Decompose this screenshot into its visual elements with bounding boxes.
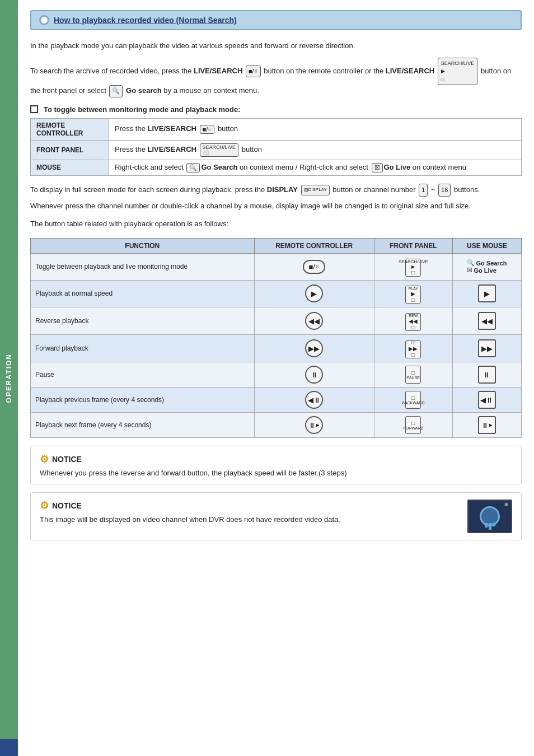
page-title: How to playback recorded video (Normal S…: [54, 16, 237, 25]
col-remote: REMOTE CONTROLLER: [254, 238, 374, 253]
front-cell: REW◀◀□: [374, 307, 452, 335]
mouse-cell: 🔍 Go Search☒Go Live: [452, 253, 521, 280]
remote-cell: ■/⍤: [254, 253, 374, 280]
function-table: FUNCTION REMOTE CONTROLLER FRONT PANEL U…: [30, 238, 522, 438]
remote-cell: ▶: [254, 280, 374, 307]
col-function: FUNCTION: [31, 238, 255, 253]
front-cell: PLAY▶□: [374, 280, 452, 307]
front-cell: FF▶▶□: [374, 335, 452, 362]
table-row: Reverse playback◀◀REW◀◀□◀◀: [31, 307, 522, 335]
mouse-cell: ⏸: [452, 362, 521, 388]
remote-cell: ◀⏸: [254, 388, 374, 413]
display-btn: ⊞DISPLAY: [301, 185, 330, 195]
table-row: MOUSE Right-click and select 🔍Go Search …: [31, 160, 522, 175]
title-icon: [39, 15, 49, 25]
remote-cell: ▶▶: [254, 335, 374, 362]
table-row: Playback previous frame (every 4 seconds…: [31, 388, 522, 413]
go-search-bold: Go search: [126, 86, 162, 95]
live-search-btn1: ■/⍤: [246, 66, 261, 78]
notice-box-2: ⚙ NOTICE This image will be displayed on…: [30, 492, 522, 540]
intro-para2: To search the archive of recorded video,…: [30, 58, 522, 97]
toggle-section: To toggle between monitoring mode and pl…: [30, 105, 522, 176]
notice-icon-2: ⚙: [40, 500, 49, 512]
sidebar-label: OPERATION: [5, 353, 13, 403]
mouse-cell: ▶: [452, 280, 521, 307]
remote-cell: ⏸▶: [254, 413, 374, 438]
col-mouse: USE MOUSE: [452, 238, 521, 253]
func-cell: Playback next frame (every 4 seconds): [31, 413, 255, 438]
front-cell: □FORWARD: [374, 413, 452, 438]
toggle-row2-desc: Press the LIVE/SEARCH SEARCH/LIVE⬜ butto…: [109, 140, 522, 160]
table-row: Pause⏸□PAUSE⏸: [31, 362, 522, 388]
live-search-bold1: LIVE/SEARCH: [194, 67, 242, 75]
live-search-btn2: SEARCH/LIVE▶□: [438, 58, 478, 85]
toggle-table: REMOTE CONTROLLER Press the LIVE/SEARCH …: [30, 118, 522, 176]
notice-icon-1: ⚙: [40, 453, 49, 465]
table-row: Playback at normal speed▶PLAY▶□▶: [31, 280, 522, 307]
notice-title-2: ⚙ NOTICE: [40, 500, 461, 512]
func-cell: Pause: [31, 362, 255, 388]
table-row: REMOTE CONTROLLER Press the LIVE/SEARCH …: [31, 118, 522, 140]
col-front: FRONT PANEL: [374, 238, 452, 253]
main-content: How to playback recorded video (Normal S…: [18, 0, 534, 756]
remote-cell: ◀◀: [254, 307, 374, 335]
display-para1: To display in full screen mode for each …: [30, 184, 522, 197]
display-section: To display in full screen mode for each …: [30, 184, 522, 230]
title-bar: How to playback recorded video (Normal S…: [30, 10, 522, 30]
toggle-row1-desc: Press the LIVE/SEARCH ■/⍤ button: [109, 118, 522, 140]
table-intro-text: The button table related with playback o…: [30, 218, 522, 230]
remote-live-search-btn: ■/⍤: [200, 125, 215, 134]
toggle-row2-label: FRONT PANEL: [31, 140, 109, 160]
func-cell: Playback previous frame (every 4 seconds…: [31, 388, 255, 413]
toggle-row1-label: REMOTE CONTROLLER: [31, 118, 109, 140]
mouse-cell: ◀⏸: [452, 388, 521, 413]
table-row: FRONT PANEL Press the LIVE/SEARCH SEARCH…: [31, 140, 522, 160]
toggle-title: To toggle between monitoring mode and pl…: [30, 105, 522, 114]
func-cell: Playback at normal speed: [31, 280, 255, 307]
notice-title-1: ⚙ NOTICE: [40, 453, 512, 465]
table-row: Forward playback▶▶FF▶▶□▶▶: [31, 335, 522, 362]
checkbox-icon: [30, 105, 38, 113]
toggle-row3-label: MOUSE: [31, 160, 109, 175]
notice-text-2: This image will be displayed on video ch…: [40, 515, 461, 524]
notice-image: ▣: [467, 500, 512, 533]
mouse-cell: ⏸▶: [452, 413, 521, 438]
remote-cell: ⏸: [254, 362, 374, 388]
toggle-row3-desc: Right-click and select 🔍Go Search on con…: [109, 160, 522, 175]
table-row: Toggle between playback and live monitor…: [31, 253, 522, 280]
front-cell: □PAUSE: [374, 362, 452, 388]
notice-box-1: ⚙ NOTICE Whenever you press the reverse …: [30, 446, 522, 484]
go-search-icon: 🔍: [109, 85, 123, 97]
front-cell: □BACKWARD: [374, 388, 452, 413]
sidebar: OPERATION: [0, 0, 18, 756]
channel-start-btn: 1: [419, 184, 428, 197]
display-bold: DISPLAY: [267, 185, 298, 194]
mouse-cell: ◀◀: [452, 307, 521, 335]
notice-text-1: Whenever you press the reverse and forwa…: [40, 469, 512, 477]
live-search-bold2: LIVE/SEARCH: [386, 67, 434, 75]
table-header-row: FUNCTION REMOTE CONTROLLER FRONT PANEL U…: [31, 238, 522, 253]
go-live-icon: ☒: [372, 163, 383, 172]
intro-para1: In the playback mode you can playback th…: [30, 40, 522, 52]
func-cell: Forward playback: [31, 335, 255, 362]
table-row: Playback next frame (every 4 seconds)⏸▶□…: [31, 413, 522, 438]
go-search-icon2: 🔍: [186, 163, 200, 172]
func-cell: Toggle between playback and live monitor…: [31, 253, 255, 280]
display-para2: Whenever press the channel number or dou…: [30, 200, 522, 212]
sidebar-bottom-accent: [0, 739, 18, 756]
mouse-cell: ▶▶: [452, 335, 521, 362]
front-live-search-btn: SEARCH/LIVE⬜: [200, 143, 239, 157]
front-cell: SEARCH/LIVE▶□: [374, 253, 452, 280]
channel-end-btn: 16: [438, 184, 451, 197]
func-cell: Reverse playback: [31, 307, 255, 335]
